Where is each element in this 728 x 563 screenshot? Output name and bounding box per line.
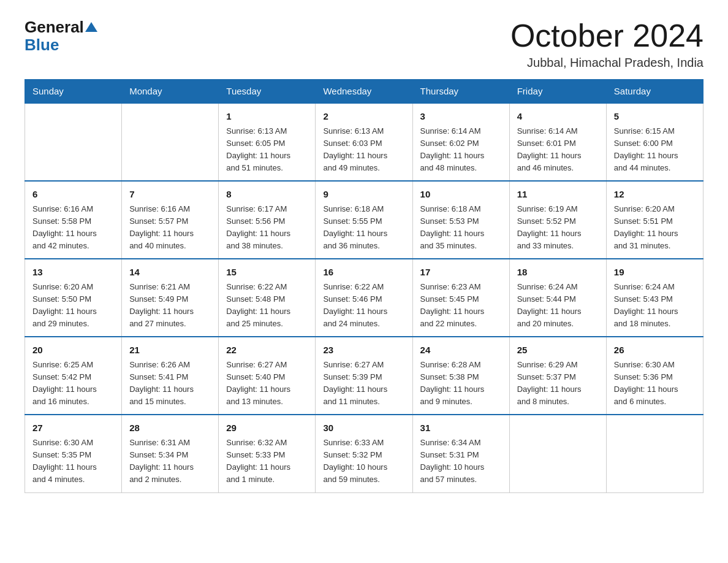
day-number: 23	[323, 343, 404, 358]
calendar-cell: 25Sunrise: 6:29 AMSunset: 5:37 PMDayligh…	[509, 337, 606, 415]
day-info: Sunrise: 6:33 AMSunset: 5:32 PMDaylight:…	[323, 437, 404, 486]
day-number: 11	[517, 188, 599, 202]
day-info: Sunrise: 6:34 AMSunset: 5:31 PMDaylight:…	[420, 437, 502, 486]
header-row: SundayMondayTuesdayWednesdayThursdayFrid…	[25, 80, 703, 104]
calendar-cell: 2Sunrise: 6:13 AMSunset: 6:03 PMDaylight…	[316, 103, 412, 181]
header-cell-sunday: Sunday	[25, 80, 122, 104]
calendar-cell	[25, 103, 122, 181]
day-number: 27	[32, 421, 114, 435]
calendar-cell: 9Sunrise: 6:18 AMSunset: 5:55 PMDaylight…	[316, 181, 412, 259]
day-number: 10	[420, 188, 502, 202]
calendar-header: SundayMondayTuesdayWednesdayThursdayFrid…	[25, 80, 703, 104]
calendar-cell: 17Sunrise: 6:23 AMSunset: 5:45 PMDayligh…	[412, 259, 509, 337]
calendar-cell: 16Sunrise: 6:22 AMSunset: 5:46 PMDayligh…	[316, 259, 412, 337]
calendar-cell: 22Sunrise: 6:27 AMSunset: 5:40 PMDayligh…	[219, 337, 316, 415]
day-info: Sunrise: 6:30 AMSunset: 5:36 PMDaylight:…	[614, 359, 696, 408]
day-number: 20	[32, 343, 114, 358]
header-cell-monday: Monday	[122, 80, 219, 104]
calendar-cell: 26Sunrise: 6:30 AMSunset: 5:36 PMDayligh…	[606, 337, 703, 415]
calendar-cell: 27Sunrise: 6:30 AMSunset: 5:35 PMDayligh…	[25, 415, 122, 492]
calendar-cell: 31Sunrise: 6:34 AMSunset: 5:31 PMDayligh…	[412, 415, 509, 492]
calendar-cell: 6Sunrise: 6:16 AMSunset: 5:58 PMDaylight…	[25, 181, 122, 259]
day-info: Sunrise: 6:16 AMSunset: 5:58 PMDaylight:…	[32, 203, 114, 253]
day-number: 28	[129, 421, 211, 435]
day-info: Sunrise: 6:13 AMSunset: 6:03 PMDaylight:…	[323, 125, 404, 175]
day-info: Sunrise: 6:24 AMSunset: 5:43 PMDaylight:…	[614, 281, 696, 331]
location-text: Jubbal, Himachal Pradesh, India	[510, 56, 703, 70]
day-info: Sunrise: 6:16 AMSunset: 5:57 PMDaylight:…	[129, 203, 211, 253]
day-info: Sunrise: 6:25 AMSunset: 5:42 PMDaylight:…	[32, 359, 114, 408]
day-info: Sunrise: 6:23 AMSunset: 5:45 PMDaylight:…	[420, 281, 502, 331]
calendar-cell	[122, 103, 219, 181]
day-info: Sunrise: 6:14 AMSunset: 6:02 PMDaylight:…	[420, 125, 502, 175]
day-info: Sunrise: 6:13 AMSunset: 6:05 PMDaylight:…	[226, 125, 308, 175]
calendar-cell: 21Sunrise: 6:26 AMSunset: 5:41 PMDayligh…	[122, 337, 219, 415]
day-info: Sunrise: 6:27 AMSunset: 5:40 PMDaylight:…	[226, 359, 308, 408]
day-number: 8	[226, 188, 308, 202]
day-number: 19	[614, 266, 696, 280]
day-info: Sunrise: 6:20 AMSunset: 5:50 PMDaylight:…	[32, 281, 114, 331]
calendar-cell: 13Sunrise: 6:20 AMSunset: 5:50 PMDayligh…	[25, 259, 122, 337]
header-cell-wednesday: Wednesday	[316, 80, 412, 104]
calendar-cell: 20Sunrise: 6:25 AMSunset: 5:42 PMDayligh…	[25, 337, 122, 415]
day-number: 9	[323, 188, 404, 202]
calendar-cell: 19Sunrise: 6:24 AMSunset: 5:43 PMDayligh…	[606, 259, 703, 337]
day-info: Sunrise: 6:17 AMSunset: 5:56 PMDaylight:…	[226, 203, 308, 253]
header-cell-tuesday: Tuesday	[219, 80, 316, 104]
calendar-cell: 4Sunrise: 6:14 AMSunset: 6:01 PMDaylight…	[509, 103, 606, 181]
title-area: October 2024 Jubbal, Himachal Pradesh, I…	[510, 18, 703, 70]
day-number: 15	[226, 266, 308, 280]
day-info: Sunrise: 6:28 AMSunset: 5:38 PMDaylight:…	[420, 359, 502, 408]
calendar-cell: 12Sunrise: 6:20 AMSunset: 5:51 PMDayligh…	[606, 181, 703, 259]
calendar-cell: 7Sunrise: 6:16 AMSunset: 5:57 PMDaylight…	[122, 181, 219, 259]
day-number: 25	[517, 343, 599, 358]
logo: General Blue	[25, 18, 97, 53]
calendar-cell: 23Sunrise: 6:27 AMSunset: 5:39 PMDayligh…	[316, 337, 412, 415]
day-number: 29	[226, 421, 308, 435]
calendar-cell: 15Sunrise: 6:22 AMSunset: 5:48 PMDayligh…	[219, 259, 316, 337]
logo-general-text: General	[25, 18, 84, 36]
calendar-cell: 29Sunrise: 6:32 AMSunset: 5:33 PMDayligh…	[219, 415, 316, 492]
day-number: 26	[614, 343, 696, 358]
day-number: 1	[226, 110, 308, 124]
day-info: Sunrise: 6:27 AMSunset: 5:39 PMDaylight:…	[323, 359, 404, 408]
day-number: 21	[129, 343, 211, 358]
header-cell-thursday: Thursday	[412, 80, 509, 104]
day-number: 31	[420, 421, 502, 435]
page-header: General Blue October 2024 Jubbal, Himach…	[25, 18, 703, 70]
calendar-table: SundayMondayTuesdayWednesdayThursdayFrid…	[25, 79, 703, 492]
day-info: Sunrise: 6:18 AMSunset: 5:55 PMDaylight:…	[323, 203, 404, 253]
day-number: 3	[420, 110, 502, 124]
day-number: 30	[323, 421, 404, 435]
calendar-cell: 18Sunrise: 6:24 AMSunset: 5:44 PMDayligh…	[509, 259, 606, 337]
day-info: Sunrise: 6:22 AMSunset: 5:46 PMDaylight:…	[323, 281, 404, 331]
month-title: October 2024	[510, 18, 703, 53]
day-number: 22	[226, 343, 308, 358]
calendar-cell: 28Sunrise: 6:31 AMSunset: 5:34 PMDayligh…	[122, 415, 219, 492]
day-number: 12	[614, 188, 696, 202]
day-number: 7	[129, 188, 211, 202]
calendar-cell	[509, 415, 606, 492]
calendar-cell: 5Sunrise: 6:15 AMSunset: 6:00 PMDaylight…	[606, 103, 703, 181]
calendar-cell	[606, 415, 703, 492]
day-info: Sunrise: 6:18 AMSunset: 5:53 PMDaylight:…	[420, 203, 502, 253]
day-number: 14	[129, 266, 211, 280]
calendar-cell: 1Sunrise: 6:13 AMSunset: 6:05 PMDaylight…	[219, 103, 316, 181]
day-number: 4	[517, 110, 599, 124]
calendar-cell: 3Sunrise: 6:14 AMSunset: 6:02 PMDaylight…	[412, 103, 509, 181]
calendar-cell: 14Sunrise: 6:21 AMSunset: 5:49 PMDayligh…	[122, 259, 219, 337]
calendar-week-3: 13Sunrise: 6:20 AMSunset: 5:50 PMDayligh…	[25, 259, 703, 337]
day-info: Sunrise: 6:26 AMSunset: 5:41 PMDaylight:…	[129, 359, 211, 408]
day-number: 13	[32, 266, 114, 280]
day-number: 24	[420, 343, 502, 358]
day-number: 16	[323, 266, 404, 280]
day-number: 2	[323, 110, 404, 124]
calendar-week-1: 1Sunrise: 6:13 AMSunset: 6:05 PMDaylight…	[25, 103, 703, 181]
calendar-cell: 24Sunrise: 6:28 AMSunset: 5:38 PMDayligh…	[412, 337, 509, 415]
day-number: 6	[32, 188, 114, 202]
day-info: Sunrise: 6:22 AMSunset: 5:48 PMDaylight:…	[226, 281, 308, 331]
day-info: Sunrise: 6:32 AMSunset: 5:33 PMDaylight:…	[226, 437, 308, 486]
calendar-cell: 11Sunrise: 6:19 AMSunset: 5:52 PMDayligh…	[509, 181, 606, 259]
day-info: Sunrise: 6:24 AMSunset: 5:44 PMDaylight:…	[517, 281, 599, 331]
day-info: Sunrise: 6:20 AMSunset: 5:51 PMDaylight:…	[614, 203, 696, 253]
